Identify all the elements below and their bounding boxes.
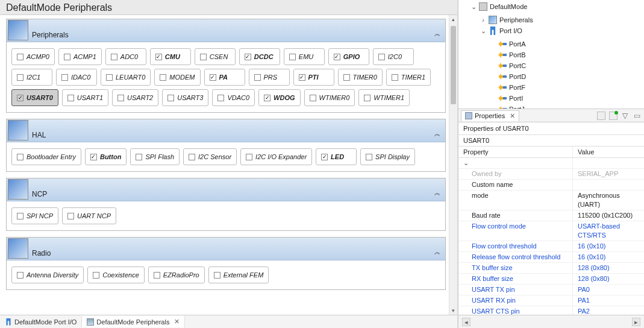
tree-label[interactable]: PortJ: [509, 104, 525, 109]
pin-button[interactable]: [597, 112, 605, 120]
prop-value[interactable]: USART-based CTS/RTS: [573, 221, 644, 241]
item-uart-ncp[interactable]: UART NCP: [62, 207, 116, 224]
checkbox[interactable]: [321, 154, 328, 160]
item-wtimer1[interactable]: WTIMER1: [358, 89, 410, 106]
tree-label[interactable]: Peripherals: [499, 14, 533, 25]
item-ezradiopro[interactable]: EZRadioPro: [148, 266, 205, 283]
checkbox[interactable]: [200, 54, 207, 60]
item-vdac0[interactable]: VDAC0: [212, 89, 255, 106]
new-view-button[interactable]: [609, 112, 617, 120]
prop-value[interactable]: 16 (0x10): [573, 252, 644, 262]
checkbox[interactable]: [117, 95, 124, 101]
tab-properties[interactable]: Properties ✕: [461, 110, 519, 121]
checkbox[interactable]: [254, 74, 261, 81]
checkbox[interactable]: [64, 54, 70, 60]
item-dcdc[interactable]: DCDC: [239, 48, 280, 65]
item-acmp1[interactable]: ACMP1: [58, 48, 102, 65]
checkbox[interactable]: [90, 154, 97, 160]
checkbox[interactable]: [17, 74, 23, 81]
item-led[interactable]: LED: [316, 148, 357, 165]
close-icon[interactable]: ✕: [510, 112, 515, 120]
tab-defaultmode-peripherals[interactable]: DefaultMode Peripherals✕: [82, 316, 185, 327]
item-usart1[interactable]: USART1: [62, 89, 108, 106]
prop-flow-control-mode[interactable]: Flow control modeUSART-based CTS/RTS: [458, 221, 644, 241]
item-external-fem[interactable]: External FEM: [208, 266, 269, 283]
checkbox[interactable]: [310, 95, 316, 101]
prop-value[interactable]: 115200 (0x1C200): [573, 210, 644, 221]
tree-label[interactable]: PortB: [509, 49, 526, 60]
checkbox[interactable]: [167, 95, 174, 101]
properties-subtab[interactable]: USART0: [458, 134, 644, 147]
checkbox[interactable]: [17, 95, 23, 101]
item-timer1[interactable]: TIMER1: [386, 69, 431, 86]
prop-value[interactable]: SERIAL_APP: [573, 169, 644, 179]
checkbox[interactable]: [189, 154, 195, 160]
tree-label[interactable]: PortC: [509, 60, 526, 71]
checkbox[interactable]: [334, 54, 340, 60]
checkbox[interactable]: [364, 95, 370, 101]
checkbox[interactable]: [245, 54, 251, 60]
section-header[interactable]: HAL︽: [7, 119, 445, 142]
prop-tx-buffer-size[interactable]: TX buffer size128 (0x80): [458, 263, 644, 274]
item-i2c1[interactable]: I2C1: [11, 69, 52, 86]
item-spi-flash[interactable]: SPI Flash: [130, 148, 180, 165]
maximize-icon[interactable]: ▭: [633, 112, 642, 120]
prop-baud-rate[interactable]: Baud rate115200 (0x1C200): [458, 210, 644, 221]
item-antenna-diversity[interactable]: Antenna Diversity: [11, 266, 84, 283]
checkbox[interactable]: [67, 95, 74, 101]
close-icon[interactable]: ✕: [174, 318, 180, 326]
tree-label[interactable]: PortF: [509, 82, 525, 93]
item-modem[interactable]: MODEM: [154, 69, 200, 86]
prop-usart-rx-pin[interactable]: USART RX pinPA1: [458, 295, 644, 306]
prop-value[interactable]: PA2: [573, 306, 644, 315]
item-bootloader-entry[interactable]: Bootloader Entry: [11, 148, 81, 165]
checkbox[interactable]: [264, 95, 270, 101]
checkbox[interactable]: [246, 154, 252, 160]
checkbox[interactable]: [155, 54, 162, 60]
item-emu[interactable]: EMU: [284, 48, 325, 65]
hscroll-left-icon[interactable]: ◂: [462, 318, 470, 326]
checkbox[interactable]: [392, 74, 398, 81]
section-header[interactable]: Radio︽: [7, 238, 445, 260]
item-spi-display[interactable]: SPI Display: [360, 148, 415, 165]
checkbox[interactable]: [111, 54, 117, 60]
checkbox[interactable]: [93, 272, 99, 279]
minimize-icon[interactable]: ▽: [621, 112, 629, 120]
checkbox[interactable]: [299, 74, 305, 81]
scroll-down-icon[interactable]: ▾: [449, 306, 457, 315]
item-idac0[interactable]: IDAC0: [56, 69, 97, 86]
item-usart3[interactable]: USART3: [162, 89, 208, 106]
collapse-icon[interactable]: ︽: [434, 248, 440, 256]
checkbox[interactable]: [67, 213, 74, 219]
prop-custom-name[interactable]: Custom name: [458, 180, 644, 191]
checkbox[interactable]: [17, 272, 23, 279]
prop-value[interactable]: PA0: [573, 285, 644, 295]
checkbox[interactable]: [160, 74, 166, 81]
chevron-down-icon[interactable]: ⌄: [463, 159, 469, 168]
prop-value[interactable]: PA1: [573, 295, 644, 306]
item-leuart0[interactable]: LEUART0: [101, 69, 151, 86]
item-wtimer0[interactable]: WTIMER0: [304, 89, 355, 106]
hscroll-right-icon[interactable]: ▸: [632, 318, 640, 326]
tree-label[interactable]: Port I/O: [499, 25, 522, 36]
item-cmu[interactable]: CMU: [150, 48, 191, 65]
item-wdog[interactable]: WDOG: [258, 89, 300, 106]
scroll-up-icon[interactable]: ▴: [449, 15, 457, 24]
item-pa[interactable]: PA: [204, 69, 245, 86]
tree-label[interactable]: PortD: [509, 71, 526, 82]
tree-label[interactable]: PortI: [509, 93, 523, 104]
checkbox[interactable]: [136, 154, 142, 160]
tab-defaultmode-port-i/o[interactable]: DefaultMode Port I/O: [0, 317, 82, 327]
scroll-thumb[interactable]: [451, 26, 456, 104]
prop-flow-control-threshold[interactable]: Flow control threshold16 (0x10): [458, 241, 644, 252]
item-csen[interactable]: CSEN: [195, 48, 236, 65]
prop-value[interactable]: Asynchronous (UART): [573, 191, 644, 210]
prop-usart-tx-pin[interactable]: USART TX pinPA0: [458, 285, 644, 295]
checkbox[interactable]: [289, 54, 296, 60]
collapse-icon[interactable]: ︽: [434, 189, 440, 197]
item-gpio[interactable]: GPIO: [328, 48, 369, 65]
prop-owned-by[interactable]: Owned bySERIAL_APP: [458, 169, 644, 180]
item-usart0[interactable]: USART0: [11, 89, 58, 106]
collapse-icon[interactable]: ︽: [434, 30, 440, 38]
checkbox[interactable]: [17, 154, 23, 160]
